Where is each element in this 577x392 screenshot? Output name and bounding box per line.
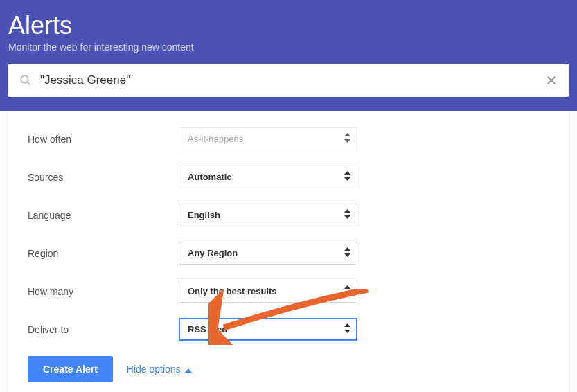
row-deliver-to: Deliver to RSS feed <box>28 318 549 341</box>
row-region: Region Any Region <box>28 242 549 265</box>
hide-options-label: Hide options <box>127 364 181 375</box>
select-value: English <box>188 210 220 220</box>
page-title: Alerts <box>8 11 569 40</box>
select-value: RSS feed <box>188 324 227 335</box>
svg-line-1 <box>27 82 30 84</box>
select-deliver-to[interactable]: RSS feed <box>179 318 357 341</box>
header: Alerts Monitor the web for interesting n… <box>0 0 577 111</box>
select-region[interactable]: Any Region <box>179 242 357 265</box>
select-value: Any Region <box>188 248 238 258</box>
row-language: Language English <box>28 204 549 226</box>
label-how-many: How many <box>28 286 179 297</box>
page-subtitle: Monitor the web for interesting new cont… <box>8 42 569 53</box>
select-value: As-it-happens <box>188 134 243 144</box>
options-panel: How often As-it-happens Sources Automati… <box>8 111 569 392</box>
select-value: Only the best results <box>188 286 277 296</box>
close-icon[interactable] <box>545 74 558 87</box>
footer: Create Alert Hide options <box>28 356 549 382</box>
search-icon <box>19 74 32 87</box>
select-how-many[interactable]: Only the best results <box>179 280 357 303</box>
label-deliver-to: Deliver to <box>28 324 179 335</box>
svg-point-0 <box>21 75 28 83</box>
create-alert-button[interactable]: Create Alert <box>28 356 113 382</box>
select-language[interactable]: English <box>179 204 357 226</box>
search-box <box>8 64 569 97</box>
select-how-often[interactable]: As-it-happens <box>179 127 357 150</box>
search-input[interactable] <box>40 73 545 87</box>
select-value: Automatic <box>188 172 232 182</box>
select-sources[interactable]: Automatic <box>179 166 357 188</box>
row-sources: Sources Automatic <box>28 166 549 188</box>
label-sources: Sources <box>28 172 179 183</box>
row-how-many: How many Only the best results <box>28 280 549 303</box>
row-how-often: How often As-it-happens <box>28 127 549 150</box>
hide-options-link[interactable]: Hide options <box>127 364 192 375</box>
label-how-often: How often <box>28 134 179 145</box>
label-language: Language <box>28 210 179 221</box>
chevron-up-icon <box>185 364 192 375</box>
label-region: Region <box>28 248 179 259</box>
